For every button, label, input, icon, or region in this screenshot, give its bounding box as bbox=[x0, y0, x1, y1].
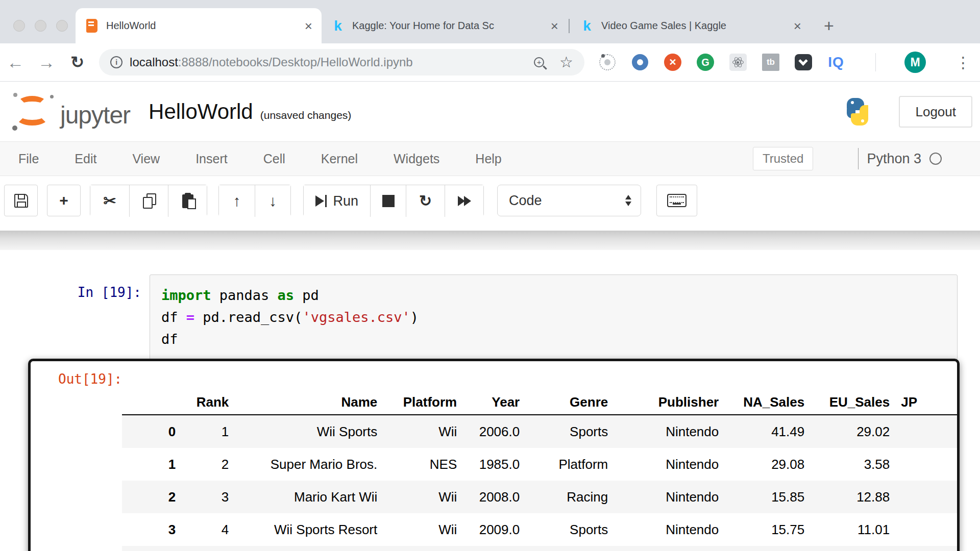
floppy-icon bbox=[14, 194, 28, 208]
back-icon[interactable]: ← bbox=[0, 54, 31, 71]
table-cell: 29.08 bbox=[723, 457, 808, 472]
output-prompt: Out[19]: bbox=[31, 361, 122, 551]
extension-iq-icon[interactable]: IQ bbox=[827, 54, 845, 71]
window-minimize-button[interactable] bbox=[35, 20, 46, 32]
row-index: 3 bbox=[122, 522, 186, 538]
paste-cell-button[interactable] bbox=[168, 185, 207, 217]
menu-kernel[interactable]: Kernel bbox=[321, 152, 358, 166]
site-info-icon[interactable]: i bbox=[110, 56, 122, 68]
dataframe-table: RankNamePlatformYearGenrePublisherNA_Sal… bbox=[122, 390, 960, 551]
tab-kaggle-home[interactable]: k Kaggle: Your Home for Data Sc × bbox=[322, 8, 568, 43]
code-cell: In [19]: import pandas as pddf = pd.read… bbox=[0, 250, 980, 360]
run-cell-button[interactable]: Run bbox=[304, 185, 370, 217]
extension-tunnelbear-icon[interactable]: tb bbox=[762, 54, 779, 71]
step-forward-icon bbox=[315, 195, 324, 207]
close-tab-icon[interactable]: × bbox=[551, 19, 558, 33]
forward-icon[interactable]: → bbox=[31, 54, 62, 71]
extension-pocket-icon[interactable] bbox=[795, 54, 812, 71]
address-bar[interactable]: i localhost:8888/notebooks/Desktop/Hello… bbox=[99, 49, 584, 76]
table-cell: Racing bbox=[524, 489, 612, 505]
save-button[interactable] bbox=[4, 185, 38, 216]
tab-video-game-sales[interactable]: k Video Game Sales | Kaggle × bbox=[571, 8, 811, 43]
menu-file[interactable]: File bbox=[18, 152, 39, 166]
add-cell-button[interactable]: + bbox=[47, 185, 81, 216]
trusted-button[interactable]: Trusted bbox=[753, 147, 813, 170]
browser-toolbar: ← → ↻ i localhost:8888/notebooks/Desktop… bbox=[0, 43, 980, 82]
reload-icon[interactable]: ↻ bbox=[62, 54, 93, 70]
window-maximize-button[interactable] bbox=[56, 20, 68, 32]
table-cell: Nintendo bbox=[612, 457, 723, 472]
cell-type-select[interactable]: Code bbox=[497, 185, 641, 216]
kernel-name: Python 3 bbox=[867, 151, 921, 167]
column-header: NA_Sales bbox=[723, 394, 808, 410]
fast-forward-icon bbox=[458, 196, 471, 206]
move-cell-down-button[interactable]: ↓ bbox=[255, 185, 290, 217]
tab-helloworld[interactable]: HelloWorld × bbox=[76, 8, 322, 43]
column-header: Year bbox=[461, 394, 524, 410]
tab-title: HelloWorld bbox=[106, 20, 299, 32]
tab-strip: HelloWorld × k Kaggle: Your Home for Dat… bbox=[0, 0, 980, 43]
table-cell: 2008.0 bbox=[461, 489, 524, 505]
jupyter-logo-icon[interactable] bbox=[7, 89, 58, 135]
scissors-icon: ✂ bbox=[103, 193, 116, 209]
copy-cell-button[interactable] bbox=[129, 185, 168, 217]
row-index: 1 bbox=[122, 457, 186, 472]
table-cell: 3.58 bbox=[808, 457, 894, 472]
stop-icon bbox=[382, 195, 395, 207]
move-cell-up-button[interactable]: ↑ bbox=[219, 185, 255, 217]
table-cell: Nintendo bbox=[612, 489, 723, 505]
menu-insert[interactable]: Insert bbox=[195, 152, 228, 166]
menu-help[interactable]: Help bbox=[475, 152, 501, 166]
toolbar-shadow bbox=[0, 231, 980, 250]
browser-menu-icon[interactable]: ⋮ bbox=[955, 54, 971, 71]
interrupt-kernel-button[interactable] bbox=[370, 185, 406, 217]
zoom-icon[interactable]: + bbox=[534, 57, 544, 67]
menubar-divider bbox=[858, 148, 859, 169]
jupyter-header: jupyter HelloWorld (unsaved changes) Log… bbox=[0, 82, 980, 141]
table-row-partial bbox=[122, 546, 960, 551]
notebook-title[interactable]: HelloWorld bbox=[149, 99, 253, 124]
table-cell: Mario Kart Wii bbox=[233, 489, 381, 505]
output-area: Out[19]: RankNamePlatformYearGenrePublis… bbox=[28, 359, 960, 551]
tab-title: Video Game Sales | Kaggle bbox=[601, 20, 788, 32]
new-tab-button[interactable]: + bbox=[824, 17, 834, 34]
restart-run-all-button[interactable] bbox=[445, 185, 483, 217]
close-tab-icon[interactable]: × bbox=[305, 19, 312, 33]
cut-cell-button[interactable]: ✂ bbox=[90, 185, 129, 217]
arrow-up-icon: ↑ bbox=[233, 193, 241, 209]
extension-ring-icon[interactable] bbox=[631, 54, 649, 71]
column-header: Platform bbox=[381, 394, 461, 410]
table-cell: Nintendo bbox=[612, 522, 723, 538]
restart-kernel-button[interactable]: ↻ bbox=[406, 185, 445, 217]
extension-react-devtools-icon[interactable] bbox=[729, 54, 747, 71]
table-cell: 41.49 bbox=[723, 424, 808, 440]
menu-view[interactable]: View bbox=[132, 152, 160, 166]
jupyter-menubar: FileEditViewInsertCellKernelWidgetsHelp … bbox=[0, 141, 980, 176]
notebook-area: In [19]: import pandas as pddf = pd.read… bbox=[0, 250, 980, 551]
window-close-button[interactable] bbox=[13, 20, 25, 32]
code-input[interactable]: import pandas as pddf = pd.read_csv('vgs… bbox=[150, 274, 958, 360]
table-cell: 1 bbox=[186, 424, 233, 440]
logout-button[interactable]: Logout bbox=[899, 96, 972, 128]
code-line: df = pd.read_csv('vgsales.csv') bbox=[161, 306, 946, 328]
command-palette-button[interactable] bbox=[656, 185, 697, 216]
extension-orbit-icon[interactable] bbox=[599, 54, 616, 71]
close-tab-icon[interactable]: × bbox=[794, 19, 801, 33]
url-text[interactable]: localhost:8888/notebooks/Desktop/HelloWo… bbox=[130, 55, 534, 69]
bookmark-star-icon[interactable]: ☆ bbox=[559, 55, 573, 70]
profile-avatar[interactable]: M bbox=[904, 52, 926, 73]
table-cell: 2 bbox=[186, 457, 233, 472]
table-cell: 29.02 bbox=[808, 424, 894, 440]
menu-edit[interactable]: Edit bbox=[75, 152, 96, 166]
table-row: 23Mario Kart WiiWii2008.0RacingNintendo1… bbox=[122, 481, 960, 513]
code-line: import pandas as pd bbox=[161, 284, 946, 306]
extension-adblock-icon[interactable]: ✕ bbox=[664, 54, 681, 71]
table-cell: Sports bbox=[524, 424, 612, 440]
extension-grammarly-icon[interactable]: G bbox=[697, 54, 714, 71]
column-header: Genre bbox=[524, 394, 612, 410]
menu-cell[interactable]: Cell bbox=[263, 152, 285, 166]
keyboard-icon bbox=[667, 194, 687, 207]
menu-widgets[interactable]: Widgets bbox=[394, 152, 439, 166]
kaggle-favicon-icon: k bbox=[580, 19, 594, 33]
copy-icon bbox=[141, 193, 157, 209]
